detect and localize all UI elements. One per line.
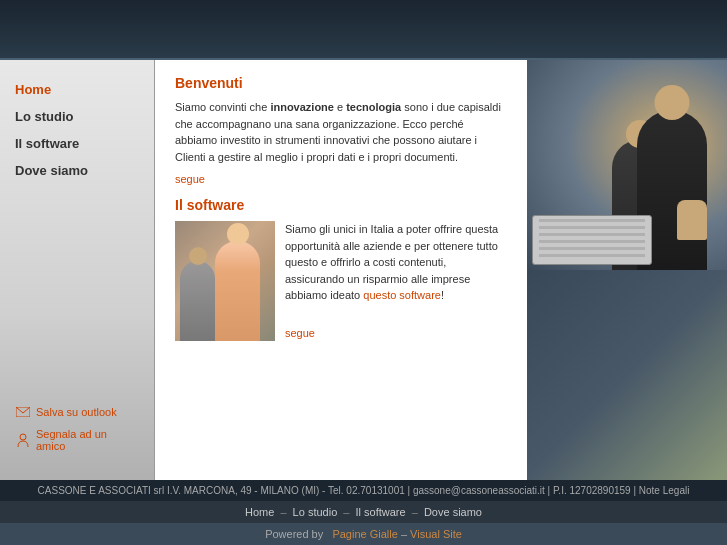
nav-item-dove[interactable]: Dove siamo [15,161,139,180]
footer-nav-home[interactable]: Home [245,506,274,518]
right-panel [527,60,727,480]
software-image [175,221,275,341]
person-icon [15,432,31,448]
content-area: Benvenuti Siamo convinti che innovazione… [155,60,527,480]
main-wrapper: Home Lo studio Il software Dove siamo [0,60,727,480]
footer-nav-studio[interactable]: Lo studio [293,506,338,518]
benvenuti-title: Benvenuti [175,75,507,91]
nav-link-software[interactable]: Il software [15,134,139,153]
segue-link-1[interactable]: segue [175,173,507,185]
powered-bar: Powered by Pagine Gialle – Visual Site [0,523,727,545]
separator-1: – [280,506,289,518]
software-title: Il software [175,197,507,213]
business-image [527,60,727,270]
separator-2: – [343,506,352,518]
nav-item-studio[interactable]: Lo studio [15,107,139,126]
keyboard-image [532,215,652,265]
bottom-nav: Home – Lo studio – Il software – Dove si… [0,501,727,523]
sidebar: Home Lo studio Il software Dove siamo [0,60,155,480]
right-image-bottom [527,270,727,480]
segnala-label: Segnala ad un amico [36,428,139,452]
pagine-gialle-link[interactable]: Pagine Gialle [332,528,397,540]
benvenuti-text: Siamo convinti che innovazione e tecnolo… [175,99,507,165]
nav-item-home[interactable]: Home [15,80,139,99]
separator-3: – [412,506,421,518]
info-bar: CASSONE E ASSOCIATI srl I.V. MARCONA, 49… [0,480,727,501]
nav-link-dove[interactable]: Dove siamo [15,161,139,180]
questo-software-link[interactable]: questo software [363,289,441,301]
save-outlook-label: Salva su outlook [36,406,117,418]
save-outlook-link[interactable]: Salva su outlook [15,404,139,420]
hand-image [677,200,707,240]
nav-link-home[interactable]: Home [15,80,139,99]
software-section: Il software Siamo gli unici in Italia a … [175,197,507,352]
powered-by-text: Powered by [265,528,323,540]
footer-nav-dove[interactable]: Dove siamo [424,506,482,518]
footer-nav-software[interactable]: Il software [356,506,406,518]
segue-link-2[interactable]: segue [285,325,507,342]
sidebar-footer: Salva su outlook Segnala ad un amico [15,384,139,460]
nav-link-studio[interactable]: Lo studio [15,107,139,126]
software-description: Siamo gli unici in Italia a poter offrir… [285,221,507,352]
svg-point-1 [20,434,26,440]
top-header [0,0,727,60]
right-image-top [527,60,727,270]
separator-powered: – [401,528,410,540]
segnala-link[interactable]: Segnala ad un amico [15,428,139,452]
software-content: Siamo gli unici in Italia a poter offrir… [175,221,507,352]
footer-info-text: CASSONE E ASSOCIATI srl I.V. MARCONA, 49… [38,485,690,496]
nav-item-software[interactable]: Il software [15,134,139,153]
visual-site-link[interactable]: Visual Site [410,528,462,540]
envelope-icon [15,404,31,420]
nav-menu: Home Lo studio Il software Dove siamo [15,80,139,188]
benvenuti-section: Benvenuti Siamo convinti che innovazione… [175,75,507,185]
